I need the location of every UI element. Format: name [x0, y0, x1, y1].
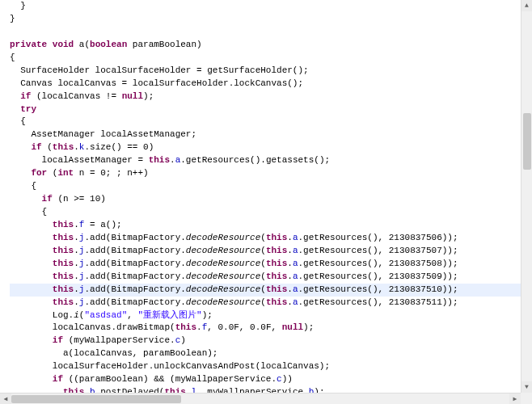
- code-token: .add(BitmapFactory.: [84, 259, 185, 268]
- code-token: this: [53, 259, 74, 268]
- scroll-down-arrow[interactable]: ▼: [521, 381, 532, 393]
- code-token: .: [287, 271, 293, 281]
- code-token: (: [260, 259, 266, 268]
- code-token: .: [287, 233, 293, 242]
- code-token: localAssetManager =: [42, 155, 149, 165]
- code-token: try: [20, 104, 36, 114]
- code-token: .add(BitmapFactory.: [84, 284, 185, 294]
- code-token: this: [266, 297, 287, 307]
- code-token: this: [266, 259, 287, 268]
- code-token: localCanvas.drawBitmap(: [53, 322, 175, 332]
- code-token: , 0.0F, 0.0F,: [207, 322, 281, 332]
- code-token: i: [74, 310, 79, 320]
- code-line[interactable]: Log.i("asdsad", "重新载入图片");: [10, 309, 521, 322]
- code-token: if: [53, 374, 69, 384]
- code-line[interactable]: this.j.add(BitmapFactory.decodeResource(…: [10, 297, 521, 309]
- code-token: decodeResource: [186, 297, 260, 307]
- code-line[interactable]: {: [10, 180, 521, 193]
- code-line[interactable]: localAssetManager = this.a.getResources(…: [10, 154, 521, 167]
- code-token: decodeResource: [186, 246, 260, 255]
- code-token: if: [53, 335, 69, 345]
- code-token: a(: [79, 40, 90, 49]
- code-token: a: [293, 246, 298, 255]
- code-token: );: [202, 310, 213, 320]
- code-line[interactable]: if (localCanvas != null);: [10, 90, 521, 103]
- code-line[interactable]: for (int n = 0; ; n++): [10, 167, 521, 180]
- code-token: decodeResource: [186, 271, 260, 281]
- code-content: } } private void a(boolean paramBoolean)…: [0, 0, 521, 393]
- code-line[interactable]: a(localCanvas, paramBoolean);: [10, 347, 521, 360]
- horizontal-scroll-thumb[interactable]: [11, 395, 181, 403]
- code-token: (: [260, 271, 266, 281]
- code-token: this: [63, 387, 84, 393]
- code-token: "重新载入图片": [137, 310, 201, 320]
- code-token: SurfaceHolder localSurfaceHolder = getSu…: [20, 65, 308, 75]
- code-token: .: [74, 259, 79, 268]
- code-line[interactable]: if (myWallpaperService.c): [10, 335, 521, 347]
- code-token: .: [74, 297, 79, 307]
- code-token: null: [282, 322, 303, 332]
- code-line[interactable]: if (n >= 10): [10, 193, 521, 206]
- code-line[interactable]: [10, 26, 521, 39]
- code-token: }: [10, 14, 15, 23]
- code-token: {: [10, 53, 15, 62]
- code-token: Canvas localCanvas = localSurfaceHolder.…: [20, 78, 303, 88]
- code-token: .: [287, 246, 293, 255]
- code-token: .getResources(), 2130837509));: [298, 271, 458, 281]
- code-token: if: [31, 142, 47, 152]
- scroll-left-arrow[interactable]: ◀: [0, 393, 11, 404]
- code-line[interactable]: }: [10, 0, 521, 13]
- code-line[interactable]: this.j.add(BitmapFactory.decodeResource(…: [10, 245, 521, 258]
- code-line[interactable]: this.j.add(BitmapFactory.decodeResource(…: [10, 232, 521, 245]
- code-line[interactable]: SurfaceHolder localSurfaceHolder = getSu…: [10, 65, 521, 78]
- code-token: paramBoolean): [133, 40, 202, 49]
- scroll-right-arrow[interactable]: ▶: [509, 393, 521, 404]
- code-token: decodeResource: [186, 233, 260, 242]
- horizontal-scrollbar[interactable]: ◀ ▶: [0, 393, 521, 404]
- code-token: this: [53, 233, 74, 242]
- code-line[interactable]: {: [10, 116, 521, 128]
- code-token: this: [175, 322, 196, 332]
- code-token: a(localCanvas, paramBoolean);: [63, 348, 217, 358]
- code-token: (: [260, 297, 266, 307]
- code-line[interactable]: private void a(boolean paramBoolean): [10, 39, 521, 52]
- code-token: this: [266, 271, 287, 281]
- code-token: this: [266, 284, 287, 294]
- code-line[interactable]: if ((paramBoolean) && (myWallpaperServic…: [10, 373, 521, 386]
- code-token: .add(BitmapFactory.: [84, 246, 185, 255]
- code-token: this: [266, 233, 287, 242]
- code-line[interactable]: try: [10, 103, 521, 116]
- code-token: .: [74, 246, 79, 255]
- code-line[interactable]: this.f = a();: [10, 219, 521, 232]
- code-token: .: [287, 284, 293, 294]
- code-token: this: [149, 155, 170, 165]
- code-line[interactable]: this.b.postDelayed(this.l, myWallpaperSe…: [10, 386, 521, 393]
- code-token: )): [282, 374, 293, 384]
- code-token: }: [20, 1, 26, 11]
- code-token: this: [53, 220, 74, 229]
- code-line[interactable]: Canvas localCanvas = localSurfaceHolder.…: [10, 78, 521, 90]
- vertical-scrollbar[interactable]: ▲ ▼: [521, 0, 532, 393]
- code-token: a: [293, 284, 298, 294]
- code-token: Log.: [53, 310, 74, 320]
- code-line[interactable]: this.j.add(BitmapFactory.decodeResource(…: [10, 271, 521, 284]
- code-editor[interactable]: } } private void a(boolean paramBoolean)…: [0, 0, 521, 393]
- code-token: ): [180, 335, 186, 345]
- code-line[interactable]: localSurfaceHolder.unlockCanvasAndPost(l…: [10, 360, 521, 373]
- code-token: (n >= 10): [57, 194, 105, 204]
- code-line[interactable]: this.j.add(BitmapFactory.decodeResource(…: [10, 258, 521, 271]
- code-line[interactable]: AssetManager localAssetManager;: [10, 128, 521, 141]
- scroll-up-arrow[interactable]: ▲: [521, 0, 532, 11]
- code-token: a: [293, 271, 298, 281]
- vertical-scroll-thumb[interactable]: [523, 113, 531, 170]
- code-line[interactable]: this.j.add(BitmapFactory.decodeResource(…: [10, 284, 521, 297]
- code-token: a: [293, 297, 298, 307]
- code-line[interactable]: {: [10, 206, 521, 219]
- code-line[interactable]: localCanvas.drawBitmap(this.f, 0.0F, 0.0…: [10, 322, 521, 335]
- code-line[interactable]: if (this.k.size() == 0): [10, 141, 521, 154]
- code-line[interactable]: }: [10, 13, 521, 26]
- code-token: .getResources(), 2130837508));: [298, 259, 458, 268]
- code-line[interactable]: {: [10, 52, 521, 65]
- code-token: = a();: [84, 220, 121, 229]
- code-token: decodeResource: [186, 259, 260, 268]
